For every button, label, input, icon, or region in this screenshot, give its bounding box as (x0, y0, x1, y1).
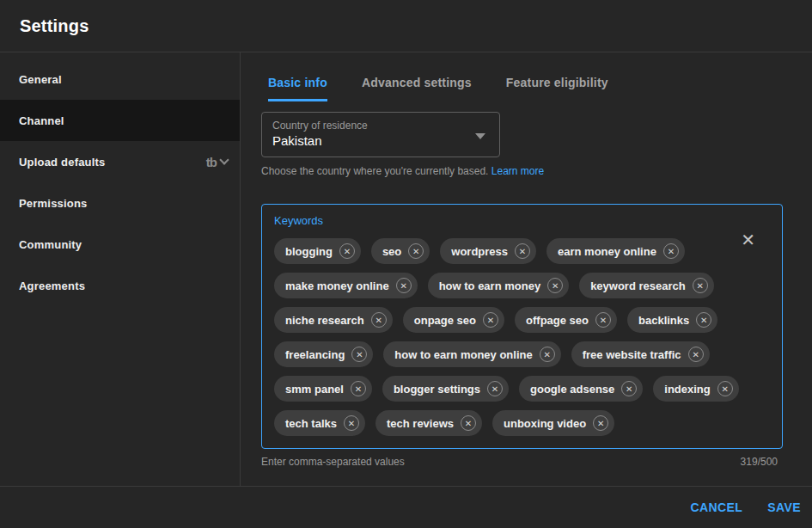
keyword-chip-freelancing[interactable]: freelancing✕ (274, 341, 373, 367)
sidebar-item-label: Permissions (19, 197, 88, 210)
keyword-chip-smm-panel[interactable]: smm panel✕ (274, 376, 372, 402)
remove-keyword-icon[interactable]: ✕ (688, 347, 704, 362)
remove-keyword-icon[interactable]: ✕ (408, 243, 424, 259)
remove-keyword-icon[interactable]: ✕ (717, 381, 733, 396)
keyword-chip-label: how to earn money online (394, 348, 532, 361)
remove-keyword-icon[interactable]: ✕ (351, 347, 367, 362)
keyword-chip-blogging[interactable]: blogging✕ (274, 238, 361, 264)
keyword-chip-label: earn money online (558, 245, 656, 258)
keyword-chip-label: free website traffic (583, 348, 681, 361)
remove-keyword-icon[interactable]: ✕ (483, 312, 498, 328)
remove-keyword-icon[interactable]: ✕ (540, 347, 555, 362)
keyword-chip-label: google adsense (530, 383, 614, 396)
remove-keyword-icon[interactable]: ✕ (621, 381, 637, 396)
keyword-chip-label: smm panel (285, 383, 344, 396)
learn-more-link[interactable]: Learn more (491, 165, 544, 177)
keyword-chip-label: tech reviews (387, 417, 454, 430)
chevron-down-icon[interactable] (219, 155, 229, 164)
sidebar-item-addon: tb (206, 155, 228, 169)
tab-advanced-settings[interactable]: Advanced settings (362, 76, 472, 101)
tab-bar: Basic infoAdvanced settingsFeature eligi… (268, 52, 812, 101)
keyword-chip-offpage-seo[interactable]: offpage seo✕ (515, 307, 617, 333)
keyword-chip-label: wordpress (451, 245, 508, 258)
remove-keyword-icon[interactable]: ✕ (461, 415, 476, 431)
keyword-chip-earn-money-online[interactable]: earn money online✕ (546, 238, 685, 264)
sidebar-item-permissions[interactable]: Permissions (0, 182, 240, 224)
sidebar-item-upload-defaults[interactable]: Upload defaultstb (0, 141, 240, 182)
keyword-chip-label: onpage seo (414, 314, 476, 327)
remove-keyword-icon[interactable]: ✕ (693, 278, 708, 293)
keyword-chip-keyword-research[interactable]: keyword research✕ (579, 273, 714, 298)
clear-all-keywords-icon[interactable]: ✕ (741, 231, 755, 249)
country-helper-text: Choose the country where you're currentl… (261, 165, 812, 177)
keyword-chip-google-adsense[interactable]: google adsense✕ (519, 376, 643, 402)
keyword-chip-how-to-earn-money[interactable]: how to earn money✕ (428, 273, 569, 298)
keyword-chip-label: tech talks (285, 417, 337, 430)
keyword-chip-niche-research[interactable]: niche research✕ (274, 307, 393, 333)
remove-keyword-icon[interactable]: ✕ (595, 312, 611, 328)
keyword-chip-label: keyword research (590, 279, 686, 292)
keyword-row: freelancing✕how to earn money online✕fre… (274, 341, 770, 367)
sidebar-item-label: Agreements (19, 279, 85, 292)
keywords-char-count: 319/500 (741, 456, 783, 468)
sidebar-item-channel[interactable]: Channel (0, 100, 240, 141)
settings-dialog: Settings GeneralChannelUpload defaultstb… (0, 0, 812, 528)
remove-keyword-icon[interactable]: ✕ (663, 243, 679, 259)
keyword-chip-label: freelancing (285, 348, 345, 361)
keyword-chip-unboxing-video[interactable]: unboxing video✕ (492, 410, 614, 436)
keyword-chip-tech-talks[interactable]: tech talks✕ (274, 410, 365, 436)
remove-keyword-icon[interactable]: ✕ (593, 415, 608, 431)
keyword-chip-make-money-online[interactable]: make money online✕ (274, 273, 418, 298)
save-button[interactable]: SAVE (767, 500, 801, 514)
keyword-chip-tech-reviews[interactable]: tech reviews✕ (375, 410, 482, 436)
dialog-footer: CANCEL SAVE (0, 486, 812, 528)
keyword-chip-label: indexing (664, 383, 710, 396)
keyword-chip-label: make money online (285, 279, 389, 292)
remove-keyword-icon[interactable]: ✕ (351, 381, 366, 396)
keyword-chip-label: blogger settings (394, 383, 480, 396)
keywords-footer: Enter comma-separated values 319/500 (261, 456, 783, 468)
keyword-chip-blogger-settings[interactable]: blogger settings✕ (382, 376, 509, 402)
remove-keyword-icon[interactable]: ✕ (396, 278, 412, 293)
keyword-chip-wordpress[interactable]: wordpress✕ (440, 238, 536, 264)
keyword-chip-how-to-earn-money-online[interactable]: how to earn money online✕ (383, 341, 560, 367)
content-area: Basic infoAdvanced settingsFeature eligi… (241, 52, 812, 486)
country-of-residence-select[interactable]: Country of residence Pakistan (261, 112, 500, 157)
keyword-chip-onpage-seo[interactable]: onpage seo✕ (403, 307, 504, 333)
remove-keyword-icon[interactable]: ✕ (547, 278, 563, 293)
tab-basic-info[interactable]: Basic info (268, 76, 327, 101)
sidebar-item-community[interactable]: Community (0, 224, 240, 265)
dialog-body: GeneralChannelUpload defaultstbPermissio… (0, 52, 812, 486)
keyword-chip-list: blogging✕seo✕wordpress✕earn money online… (274, 238, 770, 436)
keyword-chip-free-website-traffic[interactable]: free website traffic✕ (571, 341, 710, 367)
sidebar-item-label: General (19, 73, 62, 86)
sidebar-item-label: Upload defaults (19, 156, 106, 169)
remove-keyword-icon[interactable]: ✕ (344, 415, 359, 431)
keyword-row: blogging✕seo✕wordpress✕earn money online… (274, 238, 770, 264)
keyword-chip-label: niche research (285, 314, 364, 327)
remove-keyword-icon[interactable]: ✕ (696, 312, 711, 328)
remove-keyword-icon[interactable]: ✕ (371, 312, 387, 328)
country-helper-label: Choose the country where you're currentl… (261, 165, 488, 177)
keyword-row: tech talks✕tech reviews✕unboxing video✕ (274, 410, 770, 436)
remove-keyword-icon[interactable]: ✕ (515, 243, 530, 259)
keyword-chip-label: how to earn money (439, 279, 540, 292)
sidebar-item-general[interactable]: General (0, 58, 240, 100)
page-title: Settings (20, 16, 89, 36)
remove-keyword-icon[interactable]: ✕ (339, 243, 355, 259)
sidebar-item-agreements[interactable]: Agreements (0, 265, 240, 306)
tab-feature-eligibility[interactable]: Feature eligibility (506, 76, 608, 101)
keyword-chip-backlinks[interactable]: backlinks✕ (627, 307, 717, 333)
sidebar: GeneralChannelUpload defaultstbPermissio… (0, 52, 241, 486)
keyword-chip-label: seo (382, 245, 401, 258)
keyword-chip-label: offpage seo (526, 314, 589, 327)
cancel-button[interactable]: CANCEL (691, 500, 743, 514)
keyword-row: make money online✕how to earn money✕keyw… (274, 273, 770, 298)
keywords-field[interactable]: Keywords blogging✕seo✕wordpress✕earn mon… (261, 204, 783, 449)
dropdown-arrow-icon[interactable] (475, 133, 485, 139)
keyword-chip-indexing[interactable]: indexing✕ (653, 376, 738, 402)
keyword-chip-seo[interactable]: seo✕ (371, 238, 430, 264)
remove-keyword-icon[interactable]: ✕ (487, 381, 503, 396)
keyword-chip-label: unboxing video (504, 417, 586, 430)
country-select-value: Pakistan (272, 133, 489, 148)
